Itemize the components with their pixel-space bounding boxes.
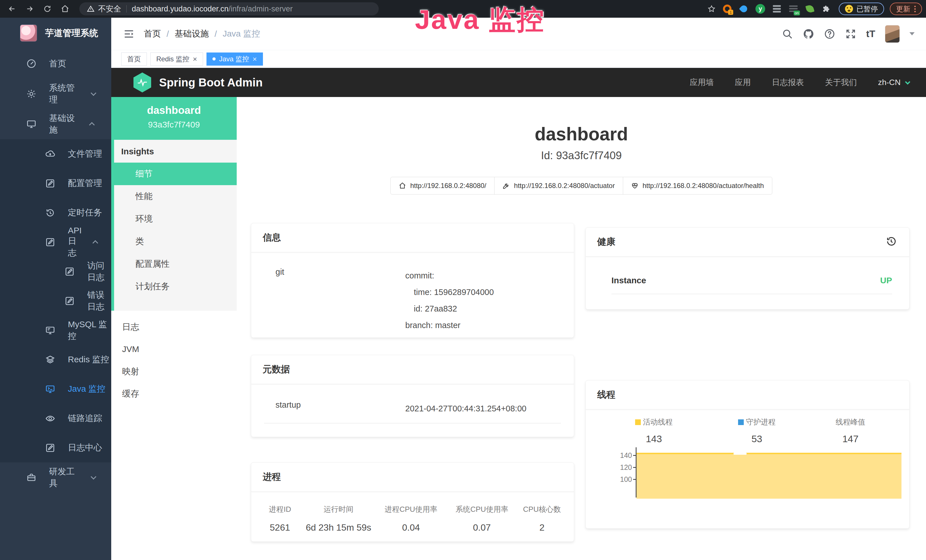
- sba-menu-details[interactable]: 细节: [111, 163, 237, 185]
- app-header: 首页 / 基础设施 / Java 监控 tT: [111, 18, 926, 50]
- extension-update-icon[interactable]: 1: [721, 2, 734, 15]
- sba-brand-title[interactable]: Spring Boot Admin: [159, 76, 263, 89]
- sba-header: Spring Boot Admin 应用墙 应用 日志报表 关于我们 zh-CN: [111, 68, 926, 97]
- avatar[interactable]: [885, 25, 900, 43]
- sba-menu-logs[interactable]: 日志: [111, 316, 237, 338]
- sba-menu-config-props[interactable]: 配置属性: [111, 253, 237, 275]
- sba-menu-environment[interactable]: 环境: [111, 208, 237, 230]
- sba-nav-about[interactable]: 关于我们: [825, 77, 857, 88]
- sidebar-item-dev-tools[interactable]: 研发工具: [0, 462, 111, 493]
- chevron-up-icon: [93, 240, 98, 246]
- sidebar-item-file-management[interactable]: 文件管理: [0, 139, 111, 169]
- sidebar-item-error-logs[interactable]: 错误日志: [0, 286, 111, 316]
- health-url-button[interactable]: http://192.168.0.2:48080/actuator/health: [623, 177, 772, 195]
- sba-menu-metrics[interactable]: 性能: [111, 185, 237, 208]
- sba-menu-scheduled-tasks[interactable]: 计划任务: [111, 275, 237, 298]
- home-icon: [399, 182, 406, 189]
- browser-reload-icon[interactable]: [42, 3, 53, 15]
- infrastructure-submenu: 文件管理 配置管理 定时任务 API 日志 访问日志 错误日志: [0, 139, 111, 462]
- sba-menu-mappings[interactable]: 映射: [111, 360, 237, 383]
- sidebar-item-config-management[interactable]: 配置管理: [0, 169, 111, 198]
- threads-card-title: 线程: [597, 389, 616, 401]
- sba-menu-classes[interactable]: 类: [111, 230, 237, 253]
- info-git-row: git commit: time: 1596289704000 id: 27aa…: [264, 267, 561, 338]
- help-icon[interactable]: [824, 28, 835, 40]
- git-branch-line: branch: master: [405, 317, 494, 333]
- browser-forward-icon[interactable]: [24, 3, 35, 15]
- sba-content: dashboard Id: 93a3fc7f7409 http://192.16…: [237, 97, 926, 560]
- insights-section: Insights 细节 性能 环境 类 配置属性 计划任务: [111, 140, 237, 311]
- sidebar-item-system-management[interactable]: 系统管理: [0, 79, 111, 109]
- close-icon[interactable]: ×: [193, 55, 197, 63]
- sidebar-item-api-logs[interactable]: API 日志: [0, 227, 111, 257]
- breadcrumb-home[interactable]: 首页: [144, 28, 161, 40]
- fullscreen-icon[interactable]: [845, 28, 856, 40]
- bookmark-star-icon[interactable]: [706, 3, 717, 15]
- extension-on-toggle-icon[interactable]: on: [787, 2, 800, 15]
- process-table-values: 5261 6d 23h 15m 59s 0.04 0.07 2: [259, 518, 567, 537]
- sidebar-item-java-monitor[interactable]: Java 监控: [0, 374, 111, 404]
- browser-home-icon[interactable]: [59, 3, 71, 15]
- legend-peak-threads: 线程峰值 147: [797, 417, 903, 445]
- sidebar-item-access-logs[interactable]: 访问日志: [0, 257, 111, 286]
- browser-chrome: 不安全 dashboard.yudao.iocoder.cn/infra/adm…: [0, 0, 926, 18]
- sidebar-item-home[interactable]: 首页: [0, 48, 111, 79]
- extensions-puzzle-icon[interactable]: [820, 2, 833, 15]
- daemon-threads-value: 53: [752, 433, 762, 445]
- uptime-value: 6d 23h 15m 59s: [301, 518, 375, 537]
- tab-home[interactable]: 首页: [121, 53, 147, 66]
- sba-menu-caches[interactable]: 缓存: [111, 383, 237, 405]
- process-card: 进程 进程ID 运行时间 进程CPU使用率 系统CPU使用率: [251, 462, 574, 542]
- chevron-up-icon: [89, 122, 95, 128]
- update-label: 更新: [896, 4, 910, 14]
- search-icon[interactable]: [782, 28, 793, 40]
- chevron-down-icon: [91, 474, 96, 480]
- breadcrumb-separator: /: [215, 29, 217, 39]
- sidebar-item-log-center[interactable]: 日志中心: [0, 433, 111, 462]
- sba-nav-applications[interactable]: 应用: [735, 77, 751, 88]
- gauge-icon: [26, 59, 36, 69]
- url-path: /infra/admin-server: [228, 5, 293, 14]
- chevron-down-icon: [91, 90, 96, 96]
- process-card-title: 进程: [263, 471, 281, 483]
- extension-location-icon[interactable]: [737, 2, 750, 15]
- y-tick-120: 120: [612, 463, 632, 471]
- actuator-url-button[interactable]: http://192.168.0.2:48080/actuator: [494, 177, 623, 195]
- sba-locale-select[interactable]: zh-CN: [878, 78, 909, 87]
- breadcrumb-infrastructure[interactable]: 基础设施: [174, 28, 209, 40]
- instance-header[interactable]: dashboard 93a3fc7f7409: [111, 97, 237, 140]
- sidebar-item-tracing[interactable]: 链路追踪: [0, 404, 111, 433]
- hamburger-icon[interactable]: [123, 28, 135, 40]
- app-logo-row[interactable]: 芋道管理系统: [0, 18, 111, 48]
- avatar-caret-icon[interactable]: [909, 32, 915, 35]
- extension-y-icon[interactable]: y: [754, 2, 767, 15]
- sba-menu-jvm[interactable]: JVM: [111, 338, 237, 360]
- sidebar-item-scheduled-tasks[interactable]: 定时任务: [0, 198, 111, 227]
- info-card: 信息 git commit: time: 1596289704000 id: 2…: [251, 223, 574, 338]
- sidebar-item-infrastructure[interactable]: 基础设施: [0, 109, 111, 139]
- system-cpu-value: 0.07: [446, 518, 517, 537]
- cpu-cores-value: 2: [517, 518, 567, 537]
- address-bar[interactable]: 不安全 dashboard.yudao.iocoder.cn/infra/adm…: [79, 2, 379, 15]
- browser-menu-dots-icon[interactable]: [914, 6, 916, 12]
- sba-nav-journal[interactable]: 日志报表: [772, 77, 804, 88]
- sba-nav-wallboard[interactable]: 应用墙: [690, 77, 714, 88]
- github-icon[interactable]: [803, 28, 814, 40]
- browser-update-button[interactable]: 更新: [890, 3, 922, 15]
- close-icon[interactable]: ×: [253, 55, 257, 63]
- tab-redis-monitor[interactable]: Redis 监控 ×: [150, 53, 203, 66]
- breadcrumb: 首页 / 基础设施 / Java 监控: [144, 28, 260, 40]
- sidebar-item-mysql-monitor[interactable]: MySQL 监控: [0, 316, 111, 345]
- extension-grid-icon[interactable]: [770, 2, 784, 15]
- not-secure-label: 不安全: [98, 4, 121, 14]
- tab-java-monitor[interactable]: Java 监控 ×: [206, 53, 263, 66]
- service-url-button[interactable]: http://192.168.0.2:48080/: [390, 177, 495, 195]
- profile-paused-badge[interactable]: 已暂停: [839, 3, 884, 15]
- health-history-icon[interactable]: [885, 236, 898, 248]
- extension-leaf-icon[interactable]: [803, 2, 817, 15]
- browser-back-icon[interactable]: [6, 3, 18, 15]
- y-tick-100: 100: [612, 475, 632, 483]
- sidebar-item-redis-monitor[interactable]: Redis 监控: [0, 345, 111, 374]
- text-size-icon[interactable]: tT: [866, 28, 875, 39]
- legend-daemon-threads: 守护进程 53: [716, 417, 797, 445]
